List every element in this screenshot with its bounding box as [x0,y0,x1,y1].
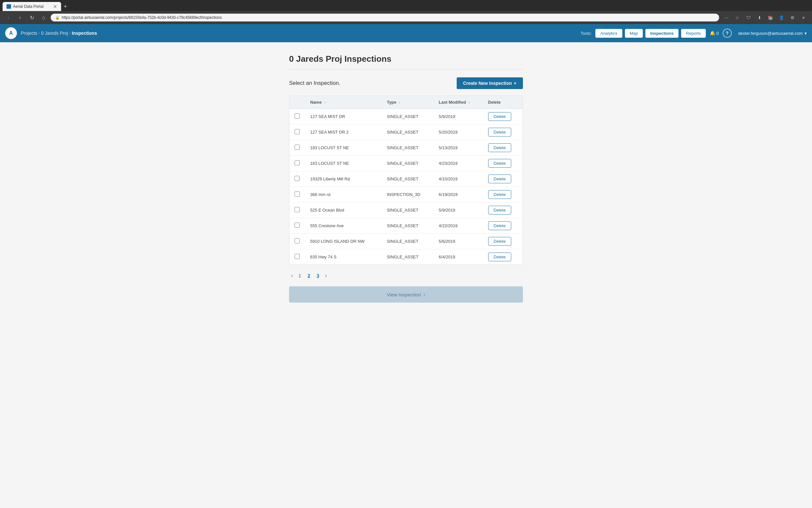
row-checkbox[interactable] [295,176,300,181]
extensions-button[interactable]: ⋯ [722,13,731,22]
delete-button[interactable]: Delete [488,143,512,152]
inspections-tool-button[interactable]: Inspections [646,29,678,38]
row-name: 366 mm rd [305,187,382,203]
row-checkbox[interactable] [295,254,300,259]
pagination-next-button[interactable]: › [323,271,329,280]
row-checkbox[interactable] [295,114,300,119]
delete-button[interactable]: Delete [488,190,512,199]
col-type[interactable]: Type ↕ [382,96,434,109]
history-button[interactable]: 📚 [766,13,775,22]
profile-button[interactable]: ⚙ [788,13,797,22]
user-chevron-icon: ▾ [805,31,807,36]
pagination: ‹ 1 2 3 › [289,271,523,280]
bookmark-button[interactable]: ☆ [733,13,742,22]
row-delete-cell: Delete [483,203,523,218]
row-type: SINGLE_ASSET [382,171,434,187]
breadcrumb-projects[interactable]: Projects [21,31,37,36]
table-row: 183 LOCUST ST NE SINGLE_ASSET 4/23/2019 … [289,156,523,171]
modified-sort-icon: ↕ [468,101,470,104]
browser-tab-bar: Aerial Data Portal ✕ + [0,0,812,11]
pagination-prev-button[interactable]: ‹ [289,271,295,280]
create-new-inspection-button[interactable]: Create New Inspection + [457,77,523,89]
row-last-modified: 4/22/2019 [434,218,483,234]
name-sort-icon: ↑ [324,101,326,104]
pagination-page-3[interactable]: 3 [314,272,322,280]
table-row: 19329 Liberty Mill Rd SINGLE_ASSET 4/10/… [289,171,523,187]
sync-button[interactable]: 👤 [777,13,786,22]
row-last-modified: 5/6/2019 [434,234,483,249]
pagination-page-1[interactable]: 1 [296,272,304,280]
delete-button[interactable]: Delete [488,159,512,168]
row-checkbox-cell [289,187,305,203]
browser-chrome: Aerial Data Portal ✕ + ‹ › ↻ ⌂ 🔒 https:/… [0,0,812,24]
view-inspection-bar[interactable]: View Inspection › [289,286,523,303]
table-row: 127 SEA MIST DR 2 SINGLE_ASSET 5/20/2019… [289,125,523,140]
ssl-lock-icon: 🔒 [55,15,60,20]
row-name: 525 E Ocean Blvd [305,203,382,218]
row-type: SINGLE_ASSET [382,140,434,156]
row-name: 635 Hwy 74 S [305,249,382,265]
page-title: 0 Jareds Proj Inspections [289,54,523,64]
new-tab-button[interactable]: + [61,3,70,10]
tab-favicon [6,4,11,9]
row-delete-cell: Delete [483,187,523,203]
inspections-table: Name ↑ Type ↕ Last Modified ↕ Delete 127… [289,96,523,264]
row-checkbox[interactable] [295,144,300,150]
col-name[interactable]: Name ↑ [305,96,382,109]
home-button[interactable]: ⌂ [39,13,48,22]
browser-controls-bar: ‹ › ↻ ⌂ 🔒 https://portal.airbusaerial.co… [0,11,812,24]
row-last-modified: 5/13/2019 [434,140,483,156]
row-last-modified: 6/4/2019 [434,249,483,265]
delete-button[interactable]: Delete [488,221,512,230]
analytics-tool-button[interactable]: Analytics [595,29,622,38]
table-row: 635 Hwy 74 S SINGLE_ASSET 6/4/2019 Delet… [289,249,523,265]
browser-action-buttons: ⋯ ☆ 🛡 ⬇ 📚 👤 ⚙ ≡ [722,13,808,22]
row-type: SINGLE_ASSET [382,249,434,265]
delete-button[interactable]: Delete [488,206,512,214]
col-last-modified[interactable]: Last Modified ↕ [434,96,483,109]
row-checkbox[interactable] [295,223,300,228]
user-menu[interactable]: dexter.ferguson@airbusaerial.com ▾ [738,31,807,36]
pagination-page-2[interactable]: 2 [305,272,313,280]
delete-button[interactable]: Delete [488,253,512,261]
address-bar[interactable]: 🔒 https://portal.airbusaerial.com/projec… [51,14,719,22]
row-name: 127 SEA MIST DR [305,109,382,125]
row-type: SINGLE_ASSET [382,156,434,171]
notifications-button[interactable]: 🔔 0 [710,31,719,36]
row-checkbox[interactable] [295,238,300,244]
row-delete-cell: Delete [483,218,523,234]
row-checkbox[interactable] [295,207,300,212]
row-type: SINGLE_ASSET [382,203,434,218]
table-row: 5910 LONG ISLAND DR NW SINGLE_ASSET 5/6/… [289,234,523,249]
row-last-modified: 4/23/2019 [434,156,483,171]
row-delete-cell: Delete [483,234,523,249]
tab-close-icon[interactable]: ✕ [53,4,57,9]
row-checkbox[interactable] [295,192,300,197]
row-type: SINGLE_ASSET [382,234,434,249]
browser-tab[interactable]: Aerial Data Portal ✕ [3,2,61,11]
shield-button[interactable]: 🛡 [744,13,753,22]
delete-button[interactable]: Delete [488,112,512,121]
delete-button[interactable]: Delete [488,174,512,183]
row-last-modified: 5/20/2019 [434,125,483,140]
reload-button[interactable]: ↻ [27,13,36,22]
forward-button[interactable]: › [15,13,25,22]
row-checkbox[interactable] [295,129,300,134]
download-button[interactable]: ⬇ [755,13,764,22]
menu-button[interactable]: ≡ [799,13,808,22]
back-button[interactable]: ‹ [4,13,13,22]
delete-button[interactable]: Delete [488,128,512,136]
row-checkbox-cell [289,156,305,171]
table-row: 183 LOCUST ST NE SINGLE_ASSET 5/13/2019 … [289,140,523,156]
map-tool-button[interactable]: Map [625,29,643,38]
row-checkbox[interactable] [295,160,300,165]
breadcrumb-project[interactable]: 0 Jareds Proj [41,31,68,36]
help-button[interactable]: ? [723,29,732,38]
delete-button[interactable]: Delete [488,237,512,246]
row-delete-cell: Delete [483,140,523,156]
reports-tool-button[interactable]: Reports [681,29,706,38]
row-last-modified: 6/19/2019 [434,187,483,203]
row-name: 5910 LONG ISLAND DR NW [305,234,382,249]
table-header-row: Name ↑ Type ↕ Last Modified ↕ Delete [289,96,523,109]
row-name: 555 Crestone Ave [305,218,382,234]
